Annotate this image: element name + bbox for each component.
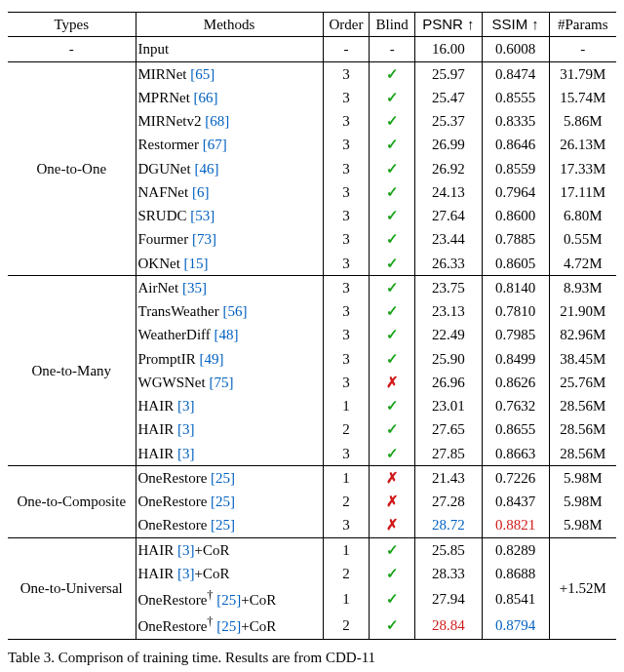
blind-cell: ✓ xyxy=(370,299,415,323)
method-cell: OneRestore [25] xyxy=(136,490,323,513)
table-caption: Table 3. Comprison of training time. Res… xyxy=(8,650,616,666)
psnr-cell: 25.97 xyxy=(414,61,482,86)
check-icon: ✓ xyxy=(386,231,399,247)
check-icon: ✓ xyxy=(386,256,399,271)
psnr-cell: 23.75 xyxy=(414,275,482,299)
ssim-cell: 0.7632 xyxy=(482,394,549,417)
blind-cell: ✓ xyxy=(370,109,415,133)
order-cell: 3 xyxy=(323,180,370,204)
method-cell: Input xyxy=(136,37,323,61)
ssim-cell: 0.8821 xyxy=(482,513,549,537)
cross-icon: ✗ xyxy=(386,494,399,509)
method-cell: MIRNetv2 [68] xyxy=(136,109,323,133)
ssim-cell: 0.8688 xyxy=(482,562,549,585)
blind-cell: ✓ xyxy=(370,562,415,585)
order-cell: 1 xyxy=(323,585,370,612)
col-order: Order xyxy=(323,13,370,37)
blind-cell: ✓ xyxy=(370,537,415,562)
blind-cell: ✓ xyxy=(370,585,415,612)
order-cell: - xyxy=(323,37,370,61)
ssim-cell: 0.8541 xyxy=(482,585,549,612)
params-cell: 0.55M xyxy=(549,227,616,251)
blind-cell: ✓ xyxy=(370,417,415,441)
params-cell: 28.56M xyxy=(549,442,616,466)
caption-text: Comprison of training time. Results are … xyxy=(58,650,375,665)
ssim-cell: 0.8626 xyxy=(482,371,549,394)
check-icon: ✓ xyxy=(386,398,399,414)
psnr-cell: 26.33 xyxy=(414,252,482,276)
col-ssim: SSIM ↑ xyxy=(482,13,549,37)
method-cell: PromptIR [49] xyxy=(136,347,323,371)
col-methods: Methods xyxy=(136,13,323,37)
psnr-cell: 21.43 xyxy=(414,465,482,490)
order-cell: 1 xyxy=(323,394,370,417)
blind-cell: ✓ xyxy=(370,612,415,639)
order-cell: 2 xyxy=(323,417,370,441)
check-icon: ✓ xyxy=(386,66,399,82)
ssim-cell: 0.8335 xyxy=(482,109,549,133)
ssim-cell: 0.8437 xyxy=(482,490,549,513)
col-types: Types xyxy=(8,13,136,37)
ssim-cell: 0.8655 xyxy=(482,417,549,441)
params-cell: 31.79M xyxy=(549,61,616,86)
order-cell: 3 xyxy=(323,86,370,109)
method-cell: HAIR [3]+CoR xyxy=(136,537,323,562)
order-cell: 3 xyxy=(323,299,370,323)
params-cell: 17.33M xyxy=(549,157,616,180)
order-cell: 3 xyxy=(323,227,370,251)
psnr-cell: 28.72 xyxy=(414,513,482,537)
psnr-cell: 27.94 xyxy=(414,585,482,612)
type-cell: One-to-Composite xyxy=(8,465,136,537)
ssim-cell: 0.8600 xyxy=(482,204,549,227)
check-icon: ✓ xyxy=(386,617,399,633)
psnr-cell: 23.44 xyxy=(414,227,482,251)
order-cell: 3 xyxy=(323,347,370,371)
caption-label: Table 3. xyxy=(8,650,55,665)
ssim-cell: 0.8474 xyxy=(482,61,549,86)
method-cell: OneRestore [25] xyxy=(136,465,323,490)
psnr-cell: 26.99 xyxy=(414,133,482,156)
ssim-cell: 0.7810 xyxy=(482,299,549,323)
method-cell: OKNet [15] xyxy=(136,252,323,276)
psnr-cell: 25.37 xyxy=(414,109,482,133)
col-blind: Blind xyxy=(370,13,415,37)
blind-cell: ✓ xyxy=(370,204,415,227)
type-cell: One-to-One xyxy=(8,61,136,275)
check-icon: ✓ xyxy=(386,161,399,177)
ssim-cell: 0.7985 xyxy=(482,323,549,346)
method-cell: DGUNet [46] xyxy=(136,157,323,180)
psnr-cell: 25.47 xyxy=(414,86,482,109)
psnr-cell: 22.49 xyxy=(414,323,482,346)
params-cell: +1.52M xyxy=(549,537,616,639)
params-cell: 5.86M xyxy=(549,109,616,133)
params-cell: 5.98M xyxy=(549,513,616,537)
check-icon: ✓ xyxy=(386,351,399,367)
blind-cell: ✓ xyxy=(370,227,415,251)
order-cell: 3 xyxy=(323,109,370,133)
ssim-cell: 0.8555 xyxy=(482,86,549,109)
order-cell: 3 xyxy=(323,157,370,180)
check-icon: ✓ xyxy=(386,327,399,342)
order-cell: 2 xyxy=(323,612,370,639)
psnr-cell: 16.00 xyxy=(414,37,482,61)
blind-cell: ✓ xyxy=(370,157,415,180)
order-cell: 1 xyxy=(323,537,370,562)
params-cell: 15.74M xyxy=(549,86,616,109)
ssim-cell: 0.8559 xyxy=(482,157,549,180)
ssim-cell: 0.7964 xyxy=(482,180,549,204)
ssim-cell: 0.8499 xyxy=(482,347,549,371)
method-cell: WGWSNet [75] xyxy=(136,371,323,394)
params-cell: 21.90M xyxy=(549,299,616,323)
check-icon: ✓ xyxy=(386,446,399,461)
method-cell: OneRestore† [25]+CoR xyxy=(136,585,323,612)
order-cell: 3 xyxy=(323,133,370,156)
blind-cell: ✓ xyxy=(370,275,415,299)
method-cell: MIRNet [65] xyxy=(136,61,323,86)
order-cell: 3 xyxy=(323,61,370,86)
params-cell: 4.72M xyxy=(549,252,616,276)
psnr-cell: 28.33 xyxy=(414,562,482,585)
params-cell: 38.45M xyxy=(549,347,616,371)
ssim-cell: 0.8140 xyxy=(482,275,549,299)
params-cell: 5.98M xyxy=(549,465,616,490)
params-cell: - xyxy=(549,37,616,61)
